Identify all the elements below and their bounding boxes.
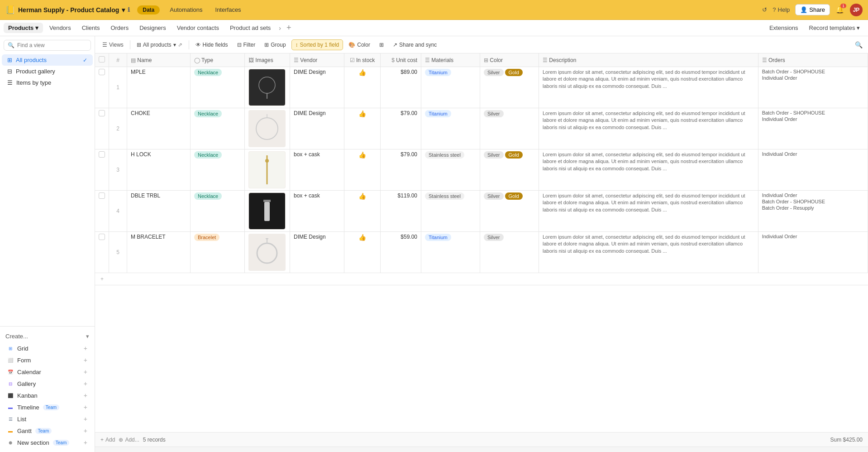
sorted-btn[interactable]: ↕ Sorted by 1 field [291, 39, 343, 50]
row-checkbox[interactable] [95, 108, 109, 149]
sidebar-item-items-by-type[interactable]: ☰ Items by type [2, 77, 93, 88]
row-image[interactable] [245, 149, 290, 191]
row-checkbox[interactable] [95, 232, 109, 273]
row-image[interactable] [245, 191, 290, 232]
table-row[interactable]: 1MPLENecklaceDIME Design👍$89.00TitaniumS… [95, 67, 868, 108]
row-type[interactable]: Necklace [191, 191, 245, 232]
row-image[interactable] [245, 67, 290, 108]
footer-add-btn[interactable]: + Add [100, 437, 115, 443]
order-item[interactable]: Batch Order - SHOPHOUSE [762, 69, 864, 74]
all-products-btn[interactable]: ⊞ All products ▾ ⇗ [133, 40, 186, 50]
row-color[interactable]: Silver [480, 232, 539, 273]
row-name[interactable]: M BRACELET [127, 232, 191, 273]
row-orders[interactable]: Batch Order - SHOPHOUSEIndividual Order [758, 108, 868, 149]
group-btn[interactable]: ⊞ Group [261, 40, 289, 50]
table-row[interactable]: 4DBLE TRBLNecklacebox + cask👍$119.00Stai… [95, 191, 868, 232]
row-instock[interactable]: 👍 [344, 149, 381, 191]
row-instock[interactable]: 👍 [344, 191, 381, 232]
filter-btn[interactable]: ⊟ Filter [234, 40, 259, 50]
col-unit-header[interactable]: $ Unit cost [381, 53, 421, 67]
row-materials[interactable]: Stainless steel [421, 191, 480, 232]
tab-product-ad-sets[interactable]: Product ad sets [225, 23, 275, 33]
order-item[interactable]: Individual Order [762, 151, 864, 157]
table-row[interactable]: 3H LOCKNecklacebox + cask👍$79.00Stainles… [95, 149, 868, 191]
col-instock-header[interactable]: ☑ In stock [344, 53, 381, 67]
tab-designers[interactable]: Designers [135, 23, 171, 33]
order-item[interactable]: Individual Order [762, 192, 864, 198]
create-grid[interactable]: ⊞ Grid + [2, 342, 93, 354]
sidebar-item-all-products[interactable]: ⊞ All products ✓ [2, 54, 93, 66]
row-instock[interactable]: 👍 [344, 108, 381, 149]
table-view-btn[interactable]: ⊞ [376, 40, 387, 50]
interfaces-tab[interactable]: Interfaces [213, 5, 244, 14]
row-type[interactable]: Bracelet [191, 232, 245, 273]
row-name[interactable]: H LOCK [127, 149, 191, 191]
row-instock[interactable]: 👍 [344, 67, 381, 108]
row-materials[interactable]: Titanium [421, 108, 480, 149]
row-image[interactable] [245, 108, 290, 149]
row-materials[interactable]: Titanium [421, 232, 480, 273]
create-new-section[interactable]: ⊕ New section Team + [2, 437, 93, 448]
tab-vendors[interactable]: Vendors [45, 23, 76, 33]
history-button[interactable]: ↺ [762, 6, 767, 13]
tab-products[interactable]: Products ▾ [4, 23, 43, 33]
col-vendor-header[interactable]: ☰ Vendor [290, 53, 344, 67]
col-orders-header[interactable]: ☰ Orders [758, 53, 868, 67]
row-instock[interactable]: 👍 [344, 232, 381, 273]
row-name[interactable]: MPLE [127, 67, 191, 108]
create-form[interactable]: ⬜ Form + [2, 354, 93, 366]
order-item[interactable]: Individual Order [762, 234, 864, 239]
tab-clients[interactable]: Clients [77, 23, 105, 33]
create-timeline[interactable]: ▬ Timeline Team + [2, 401, 93, 413]
color-btn[interactable]: 🎨 Color [345, 40, 374, 50]
header-checkbox[interactable] [99, 56, 105, 63]
automations-tab[interactable]: Automations [167, 5, 205, 14]
row-color[interactable]: SilverGold [480, 149, 539, 191]
table-row[interactable]: 2CHOKENecklaceDIME Design👍$79.00Titanium… [95, 108, 868, 149]
search-input[interactable] [17, 42, 87, 48]
more-tabs[interactable]: › [277, 24, 283, 32]
create-section[interactable]: Create... ▾ [0, 330, 95, 342]
avatar[interactable]: JP [850, 4, 863, 16]
row-materials[interactable]: Titanium [421, 67, 480, 108]
row-orders[interactable]: Individual Order [758, 149, 868, 191]
row-name[interactable]: CHOKE [127, 108, 191, 149]
order-item[interactable]: Individual Order [762, 116, 864, 122]
row-orders[interactable]: Individual Order [758, 232, 868, 273]
order-item[interactable]: Batch Order - SHOPHOUSE [762, 199, 864, 204]
hide-fields-btn[interactable]: 👁 Hide fields [192, 40, 232, 50]
add-tab[interactable]: + [285, 23, 293, 33]
row-color[interactable]: Silver [480, 108, 539, 149]
create-list[interactable]: ☰ List + [2, 413, 93, 425]
col-name-header[interactable]: ▤ Name [127, 53, 191, 67]
create-gallery[interactable]: ⊟ Gallery + [2, 378, 93, 389]
col-type-header[interactable]: ◯ Type [191, 53, 245, 67]
create-gantt[interactable]: ▬ Gantt Team + [2, 425, 93, 437]
row-type[interactable]: Necklace [191, 149, 245, 191]
row-color[interactable]: SilverGold [480, 191, 539, 232]
search-box[interactable]: 🔍 [4, 40, 91, 51]
extensions-tab[interactable]: Extensions [765, 23, 803, 33]
record-templates-tab[interactable]: Record templates ▾ [805, 23, 865, 33]
row-type[interactable]: Necklace [191, 67, 245, 108]
col-images-header[interactable]: 🖼 Images [245, 53, 290, 67]
share-button[interactable]: 👤 Share [795, 4, 830, 15]
col-materials-header[interactable]: ☰ Materials [421, 53, 480, 67]
order-item[interactable]: Batch Order - Resupply [762, 205, 864, 211]
info-icon[interactable]: ℹ [128, 6, 130, 13]
row-checkbox[interactable] [95, 149, 109, 191]
row-orders[interactable]: Batch Order - SHOPHOUSEIndividual Order [758, 67, 868, 108]
row-checkbox[interactable] [95, 191, 109, 232]
row-materials[interactable]: Stainless steel [421, 149, 480, 191]
order-item[interactable]: Individual Order [762, 75, 864, 81]
row-orders[interactable]: Individual OrderBatch Order - SHOPHOUSEB… [758, 191, 868, 232]
row-name[interactable]: DBLE TRBL [127, 191, 191, 232]
search-btn[interactable]: 🔍 [853, 39, 864, 50]
table-row[interactable]: 5M BRACELETBraceletDIME Design👍$59.00Tit… [95, 232, 868, 273]
data-tab[interactable]: Data [137, 5, 160, 14]
row-color[interactable]: SilverGold [480, 67, 539, 108]
tab-vendor-contacts[interactable]: Vendor contacts [172, 23, 224, 33]
notification-badge[interactable]: 🔔 1 [835, 5, 844, 14]
help-button[interactable]: ? Help [773, 6, 790, 13]
footer-add-more-btn[interactable]: ⊕ Add... [119, 437, 139, 443]
